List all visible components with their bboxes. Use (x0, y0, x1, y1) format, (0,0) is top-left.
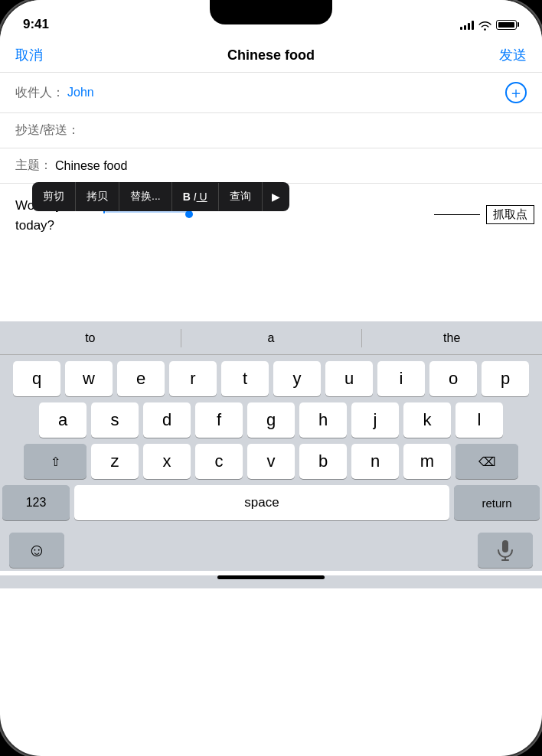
signal-icon (460, 20, 474, 30)
key-i[interactable]: i (377, 361, 425, 396)
bottom-bar: ☺ (0, 530, 542, 571)
email-body-wrapper: 剪切 拷贝 替换... B I U 查询 ▶ Would you like Ma… (0, 184, 542, 275)
email-title: Chinese food (227, 47, 315, 64)
return-key[interactable]: return (454, 485, 540, 520)
cc-field-row[interactable]: 抄送/密送： (0, 113, 542, 148)
shift-key[interactable]: ⇧ (24, 444, 87, 479)
key-b[interactable]: b (299, 444, 347, 479)
key-k[interactable]: k (403, 402, 451, 438)
add-recipient-button[interactable]: ＋ (505, 82, 527, 103)
predictive-word-1[interactable]: to (0, 325, 181, 351)
key-n[interactable]: n (351, 444, 399, 479)
send-button[interactable]: 发送 (499, 46, 527, 64)
keyboard-row-3: ⇧ z x c v b n m ⌫ (2, 444, 540, 479)
to-label: 收件人： (15, 85, 64, 101)
lookup-menu-item[interactable]: 查询 (219, 182, 263, 211)
phone-frame: 9:41 取消 Chinese food 发送 (0, 0, 542, 756)
key-m[interactable]: m (403, 444, 451, 479)
cancel-button[interactable]: 取消 (15, 46, 43, 64)
space-key[interactable]: space (74, 485, 449, 520)
subject-field-row[interactable]: 主题： Chinese food (0, 148, 542, 184)
copy-menu-item[interactable]: 拷贝 (76, 182, 119, 211)
subject-label: 主题： (15, 158, 52, 174)
keyboard-row-2: a s d f g h j k l (2, 402, 540, 438)
key-t[interactable]: t (221, 361, 269, 396)
key-w[interactable]: w (65, 361, 113, 396)
delete-key[interactable]: ⌫ (455, 444, 518, 479)
key-x[interactable]: x (143, 444, 191, 479)
key-s[interactable]: s (91, 402, 139, 438)
predictive-word-2[interactable]: a (181, 325, 361, 351)
keyboard-row-1: q w e r t y u i o p (2, 361, 540, 396)
key-r[interactable]: r (169, 361, 217, 396)
battery-icon (496, 20, 519, 30)
key-u[interactable]: u (325, 361, 373, 396)
key-v[interactable]: v (247, 444, 295, 479)
key-d[interactable]: d (143, 402, 191, 438)
cut-menu-item[interactable]: 剪切 (32, 182, 76, 211)
status-icons (460, 20, 519, 30)
keyboard: q w e r t y u i o p a s d f g h j k l ⇧ … (0, 355, 542, 530)
key-g[interactable]: g (247, 402, 295, 438)
to-value: John (67, 86, 505, 99)
underline-label: U (197, 191, 207, 203)
key-z[interactable]: z (91, 444, 139, 479)
text-after-selection2: today? (15, 218, 54, 233)
notch (210, 0, 332, 24)
context-menu: 剪切 拷贝 替换... B I U 查询 ▶ (32, 182, 289, 211)
wifi-icon (478, 20, 491, 30)
key-e[interactable]: e (117, 361, 165, 396)
key-f[interactable]: f (195, 402, 243, 438)
keyboard-row-4: 123 space return (2, 485, 540, 520)
key-l[interactable]: l (455, 402, 503, 438)
key-q[interactable]: q (13, 361, 60, 396)
predictive-word-3[interactable]: the (361, 325, 542, 351)
numbers-key[interactable]: 123 (2, 485, 70, 520)
cc-label: 抄送/密送： (15, 122, 80, 138)
home-indicator (217, 575, 325, 579)
format-menu-item[interactable]: B I U (172, 183, 219, 210)
annotation: 抓取点 (434, 205, 534, 224)
status-time: 9:41 (23, 17, 49, 32)
key-j[interactable]: j (351, 402, 399, 438)
svg-rect-0 (502, 540, 508, 552)
predictive-bar: to a the (0, 321, 542, 355)
nav-bar: 取消 Chinese food 发送 (0, 38, 542, 73)
to-field-row[interactable]: 收件人： John ＋ (0, 73, 542, 113)
italic-label: I (191, 191, 197, 203)
replace-menu-item[interactable]: 替换... (119, 182, 172, 211)
key-a[interactable]: a (39, 402, 87, 438)
body-spacer (0, 275, 542, 321)
key-h[interactable]: h (299, 402, 347, 438)
key-c[interactable]: c (195, 444, 243, 479)
annotation-label: 抓取点 (486, 205, 534, 224)
key-o[interactable]: o (429, 361, 477, 396)
more-menu-button[interactable]: ▶ (263, 183, 289, 210)
mic-key[interactable] (478, 533, 533, 568)
emoji-key[interactable]: ☺ (9, 533, 64, 568)
bold-label: B (183, 191, 191, 203)
key-p[interactable]: p (482, 361, 529, 396)
subject-value: Chinese food (55, 159, 527, 173)
key-y[interactable]: y (273, 361, 321, 396)
email-fields: 收件人： John ＋ 抄送/密送： 主题： Chinese food (0, 73, 542, 184)
